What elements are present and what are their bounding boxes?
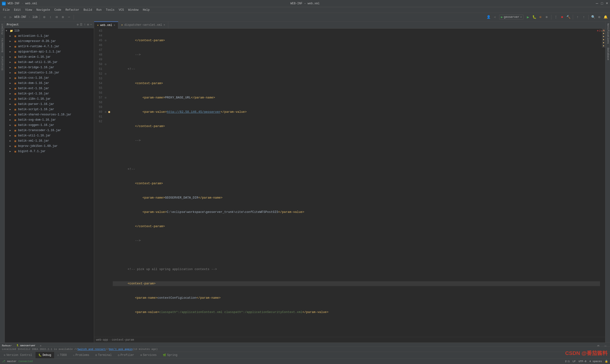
close-tab-dispatcher[interactable]: × xyxy=(164,24,165,26)
project-settings-icon[interactable]: ⚙ xyxy=(42,14,47,20)
settings-icon[interactable]: ⚙ xyxy=(87,23,89,26)
fold-57[interactable]: ⊟ xyxy=(104,96,107,99)
encoding-indicator[interactable]: UTF-8 xyxy=(579,360,586,363)
build-button[interactable]: 🔨 xyxy=(566,14,571,20)
debug-button[interactable]: 🐛 xyxy=(532,14,537,20)
menu-run[interactable]: Run xyxy=(94,8,104,12)
tree-item-2[interactable]: ▶ ▦ antlr4-runtime-4.7.1.jar xyxy=(5,44,94,49)
bookmarks-tab-vertical[interactable]: Bookmarks xyxy=(0,36,4,54)
menu-tools[interactable]: Tools xyxy=(104,8,116,12)
settings-gear-button[interactable]: ⚙ xyxy=(597,14,602,20)
dont-ask-link[interactable]: Don't ask again xyxy=(109,348,132,351)
navigate-back-icon[interactable]: ◄ xyxy=(492,14,497,20)
profiler-tab[interactable]: ◷ Profiler xyxy=(115,352,137,359)
editor-scrollbar[interactable]: ● ● ● ● ● ● ⊗ 2 ⚠ 5 xyxy=(602,29,605,337)
switch-restart-link[interactable]: Switch and restart xyxy=(78,348,106,351)
tree-item-13[interactable]: ▶ ▦ batik-parser-1.16.jar xyxy=(5,102,94,107)
title-controls[interactable]: — □ × xyxy=(596,1,608,6)
minimize-icon[interactable]: ─ xyxy=(90,23,92,26)
tab-dispatcher-servlet[interactable]: ✦ dispatcher-servlet.xml × xyxy=(118,21,168,29)
search-button[interactable]: 🔍 xyxy=(590,14,596,20)
run-config-selector[interactable]: ▶ geoserver ▾ xyxy=(499,14,523,20)
tree-item-17[interactable]: ▶ ▦ batik-svggen-1.16.jar xyxy=(5,123,94,128)
back-button[interactable]: ◁ xyxy=(2,14,7,20)
spring-tab[interactable]: 🌿 Spring xyxy=(160,352,180,359)
breadcrumb-item-1[interactable]: web-app xyxy=(96,338,108,342)
tree-item-20[interactable]: ▶ ▦ batik-xml-1.16.jar xyxy=(5,138,94,143)
more-run-options[interactable]: ⋮ xyxy=(553,14,558,20)
fold-50[interactable]: ⊟ xyxy=(104,63,107,66)
fold-52[interactable]: ⊟ xyxy=(104,72,107,75)
line-col-indicator[interactable]: 2:1 xyxy=(565,360,570,363)
profile-button[interactable]: ⊕ xyxy=(544,14,549,20)
tree-item-lib[interactable]: ▼ 📁 lib xyxy=(5,28,94,33)
tree-item-9[interactable]: ▶ ▦ batik-dom-1.16.jar xyxy=(5,80,94,86)
menu-help[interactable]: Help xyxy=(141,8,152,12)
database-tab-right[interactable]: Database xyxy=(606,46,610,62)
collapse-all-icon[interactable]: ⊟ xyxy=(54,14,59,20)
vcs-push[interactable]: ↑ xyxy=(581,14,586,20)
debug-bottom-tab[interactable]: 🐛 Debug xyxy=(36,352,54,359)
menu-build[interactable]: Build xyxy=(81,8,94,12)
list-icon[interactable]: ☰ xyxy=(80,23,82,26)
indent-indicator[interactable]: 4 spaces xyxy=(589,360,602,363)
fold-60[interactable]: ⊟ xyxy=(104,111,107,114)
menu-window[interactable]: Window xyxy=(126,8,140,12)
tree-item-14[interactable]: ▶ ▦ batik-script-1.16.jar xyxy=(5,107,94,112)
vcs-update[interactable]: ↑ xyxy=(575,14,580,20)
code-text-area[interactable]: </context-param> --> <!-- <context-param… xyxy=(111,29,602,337)
tree-item-11[interactable]: ▶ ▦ batik-gvt-1.16.jar xyxy=(5,91,94,96)
services-tab[interactable]: ⚙ Services xyxy=(138,352,159,359)
tree-item-16[interactable]: ▶ ▦ batik-svg-dom-1.16.jar xyxy=(5,117,94,123)
minimize-panel-icon[interactable]: ─ xyxy=(66,14,72,20)
tree-item-0[interactable]: ▶ ▦ activation-1.1.jar xyxy=(5,33,94,39)
tree-item-6[interactable]: ▶ ▦ batik-bridge-1.16.jar xyxy=(5,65,94,70)
menu-file[interactable]: File xyxy=(1,8,12,12)
tree-item-10[interactable]: ▶ ▦ batik-ext-1.16.jar xyxy=(5,86,94,91)
menu-code[interactable]: Code xyxy=(52,8,63,12)
tree-item-1[interactable]: ▶ ▦ aircompressor-0.20.jar xyxy=(5,39,94,44)
tree-item-5[interactable]: ▶ ▦ batik-awt-util-1.16.jar xyxy=(5,60,94,65)
menu-navigate[interactable]: Navigate xyxy=(34,8,52,12)
tree-item-4[interactable]: ▶ ▦ batik-anim-1.16.jar xyxy=(5,54,94,60)
coverage-button[interactable]: ⊙ xyxy=(538,14,543,20)
version-control-tab[interactable]: ⊙ Version Control xyxy=(1,352,35,359)
menu-edit[interactable]: Edit xyxy=(12,8,23,12)
tree-item-7[interactable]: ▶ ▦ batik-constants-1.16.jar xyxy=(5,70,94,75)
minimize-button[interactable]: — xyxy=(596,1,598,6)
tree-item-8[interactable]: ▶ ▦ batik-css-1.16.jar xyxy=(5,75,94,80)
sync-icon[interactable]: ↕ xyxy=(48,14,53,20)
problems-tab[interactable]: ⚠ Problems xyxy=(70,352,92,359)
tree-item-21[interactable]: ▶ ▦ bcprov-jdk15on-1.69.jar xyxy=(5,143,94,149)
menu-vcs[interactable]: VCS xyxy=(117,8,126,12)
git-branch[interactable]: master xyxy=(7,360,17,363)
maximize-button[interactable]: □ xyxy=(601,2,603,5)
tree-item-12[interactable]: ▶ ▦ batik-i18n-1.16.jar xyxy=(5,96,94,102)
sort-icon[interactable]: ↕ xyxy=(84,23,86,26)
breadcrumb-item-2[interactable]: context-param xyxy=(112,338,134,342)
settings-icon[interactable]: ⚙ xyxy=(60,14,65,20)
lf-indicator[interactable]: LF xyxy=(572,360,576,363)
tab-web-xml[interactable]: ✦ web.xml × xyxy=(94,21,118,29)
forward-button[interactable]: ▷ xyxy=(8,14,13,20)
structure-tab-vertical[interactable]: Structure xyxy=(0,54,4,72)
tree-item-15[interactable]: ▶ ▦ batik-shared-resources-1.16.jar xyxy=(5,112,94,117)
gear-icon[interactable]: ⚙ xyxy=(77,23,78,26)
run-button[interactable]: ▶ xyxy=(525,14,531,20)
user-icon[interactable]: 👤 xyxy=(486,14,491,20)
close-tab-web-xml[interactable]: × xyxy=(114,24,115,27)
todo-tab[interactable]: ☑ TODO xyxy=(55,352,70,359)
notifications-tab[interactable]: Notifications xyxy=(606,21,610,46)
notifications-button[interactable]: 🔔 xyxy=(603,14,608,20)
tree-item-18[interactable]: ▶ ▦ batik-transcoder-1.16.jar xyxy=(5,128,94,133)
close-button[interactable]: × xyxy=(606,1,608,6)
tree-item-22[interactable]: ▶ ▦ bigint-0.7.1.jar xyxy=(5,149,94,154)
menu-view[interactable]: View xyxy=(23,8,34,12)
fold-45[interactable]: ⊟ xyxy=(104,39,107,42)
tree-item-19[interactable]: ▶ ▦ batik-util-1.16.jar xyxy=(5,133,94,138)
terminal-tab[interactable]: ⊡ Terminal xyxy=(92,352,114,359)
project-tab-vertical[interactable]: Project xyxy=(0,21,4,36)
tree-item-3[interactable]: ▶ ▦ apiguardian-api-1.1.1.jar xyxy=(5,49,94,54)
stop-button[interactable]: ■ xyxy=(559,14,565,20)
menu-refactor[interactable]: Refactor xyxy=(64,8,81,12)
